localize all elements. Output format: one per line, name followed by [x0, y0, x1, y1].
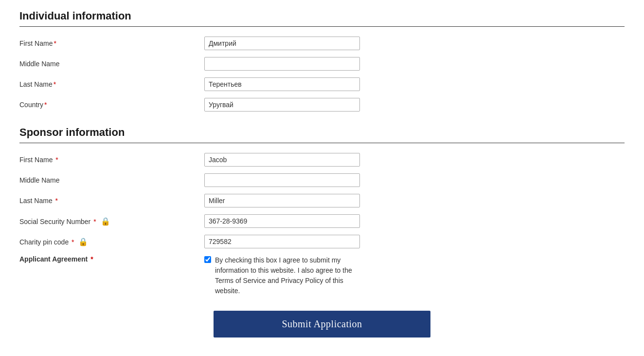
- required-star: *: [54, 197, 58, 205]
- sponsor-last-name-label: Last Name *: [19, 197, 204, 205]
- ssn-lock-icon: 🔒: [101, 217, 110, 226]
- sponsor-ssn-label: Social Security Number * 🔒: [19, 217, 204, 226]
- sponsor-middle-name-input[interactable]: [204, 173, 360, 187]
- agreement-checkbox[interactable]: [204, 256, 211, 263]
- individual-middle-name-row: Middle Name: [19, 57, 625, 71]
- required-star: *: [54, 156, 58, 164]
- required-star: *: [54, 80, 56, 88]
- sponsor-ssn-row: Social Security Number * 🔒: [19, 214, 625, 228]
- individual-middle-name-input[interactable]: [204, 57, 360, 71]
- submit-button[interactable]: Submit Application: [214, 311, 430, 337]
- sponsor-first-name-row: First Name *: [19, 153, 625, 167]
- agreement-text: By checking this box I agree to submit m…: [215, 255, 360, 296]
- agreement-label: Applicant Agreement *: [19, 255, 204, 263]
- individual-first-name-input[interactable]: [204, 37, 360, 50]
- agreement-row: Applicant Agreement * By checking this b…: [19, 255, 625, 296]
- required-star: *: [44, 101, 47, 109]
- sponsor-middle-name-row: Middle Name: [19, 173, 625, 187]
- submit-section: Submit Application: [19, 311, 625, 337]
- individual-first-name-row: First Name*: [19, 37, 625, 50]
- individual-middle-name-label: Middle Name: [19, 60, 204, 68]
- individual-last-name-input[interactable]: [204, 77, 360, 91]
- sponsor-last-name-input[interactable]: [204, 194, 360, 207]
- individual-section: Individual information First Name* Middl…: [19, 10, 625, 112]
- individual-section-title: Individual information: [19, 10, 625, 27]
- sponsor-last-name-row: Last Name *: [19, 194, 625, 207]
- sponsor-middle-name-label: Middle Name: [19, 176, 204, 184]
- required-star: *: [91, 218, 96, 225]
- individual-country-row: Country*: [19, 98, 625, 112]
- required-star: *: [70, 238, 74, 246]
- individual-last-name-row: Last Name*: [19, 77, 625, 91]
- sponsor-first-name-input[interactable]: [204, 153, 360, 167]
- sponsor-ssn-input[interactable]: [204, 214, 360, 228]
- individual-last-name-label: Last Name*: [19, 80, 204, 88]
- sponsor-section: Sponsor information First Name * Middle …: [19, 126, 625, 296]
- pin-lock-icon: 🔒: [78, 237, 88, 246]
- required-star: *: [89, 255, 93, 263]
- individual-first-name-label: First Name*: [19, 39, 204, 47]
- sponsor-section-title: Sponsor information: [19, 126, 625, 143]
- individual-country-input[interactable]: [204, 98, 360, 112]
- sponsor-first-name-label: First Name *: [19, 156, 204, 164]
- sponsor-pin-row: Charity pin code * 🔒: [19, 235, 625, 248]
- agreement-content: By checking this box I agree to submit m…: [204, 255, 360, 296]
- sponsor-pin-input[interactable]: [204, 235, 360, 248]
- required-star: *: [54, 39, 56, 47]
- individual-country-label: Country*: [19, 101, 204, 109]
- sponsor-pin-label: Charity pin code * 🔒: [19, 237, 204, 246]
